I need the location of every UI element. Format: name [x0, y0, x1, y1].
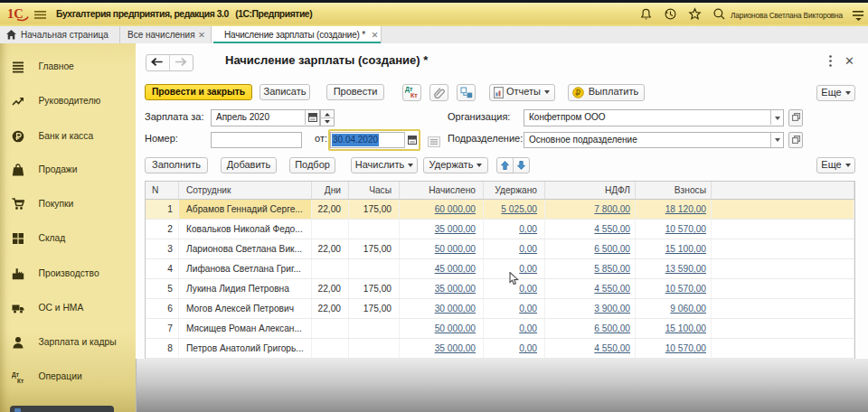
svg-text:Кт: Кт — [17, 378, 24, 384]
svg-text:₽: ₽ — [576, 89, 581, 98]
svg-text:1С: 1С — [7, 6, 24, 21]
